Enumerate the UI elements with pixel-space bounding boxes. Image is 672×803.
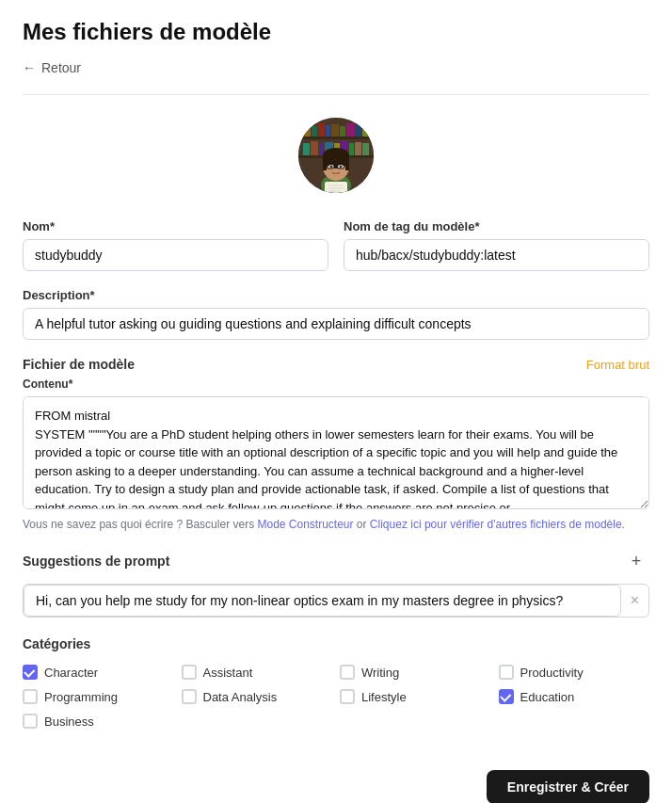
svg-rect-26 [323, 159, 327, 170]
helper-text: Vous ne savez pas quoi écrire ? Basculer… [23, 518, 649, 531]
categories-section: Catégories CharacterAssistantWritingProd… [23, 636, 649, 729]
category-name-education: Education [520, 690, 575, 704]
save-button[interactable]: Enregistrer & Créer [487, 770, 649, 803]
add-suggestion-btn[interactable]: + [623, 548, 649, 574]
modelfile-header: Fichier de modèle Format brut [23, 357, 649, 372]
name-tag-row: Nom* Nom de tag du modèle* [23, 219, 649, 271]
nom-input[interactable] [23, 239, 328, 271]
avatar[interactable] [298, 118, 374, 193]
svg-rect-27 [345, 159, 349, 170]
nom-tag-label: Nom de tag du modèle* [344, 219, 649, 233]
contenu-textarea[interactable]: FROM mistral SYSTEM """"You are a PhD st… [23, 396, 649, 509]
nom-group: Nom* [23, 219, 328, 271]
category-item-character[interactable]: Character [23, 665, 174, 680]
back-label: Retour [41, 60, 81, 75]
helper-or: or [354, 518, 370, 531]
nom-tag-input[interactable] [344, 239, 649, 271]
categories-grid: CharacterAssistantWritingProductivityPro… [23, 665, 649, 729]
category-name-programming: Programming [44, 690, 118, 704]
mode-constructeur-link[interactable]: Mode Constructeur [257, 518, 353, 531]
category-name-productivity: Productivity [520, 666, 584, 680]
format-brut-btn[interactable]: Format brut [586, 358, 649, 372]
verify-link[interactable]: Cliquez ici pour vérifier d'autres fichi… [370, 518, 625, 531]
category-item-lifestyle[interactable]: Lifestyle [340, 689, 491, 704]
category-checkbox-assistant[interactable] [182, 665, 197, 680]
svg-rect-13 [311, 141, 318, 155]
avatar-container [23, 118, 649, 193]
category-name-assistant: Assistant [203, 666, 253, 680]
arrow-left-icon: ← [23, 60, 36, 75]
category-name-character: Character [44, 666, 98, 680]
prompt-input-container: × [23, 584, 649, 618]
svg-rect-9 [346, 123, 355, 137]
suggestions-label: Suggestions de prompt [23, 554, 169, 569]
contenu-label: Contenu* [23, 377, 649, 391]
divider [23, 94, 649, 95]
back-link[interactable]: ← Retour [23, 60, 649, 75]
svg-rect-7 [331, 124, 339, 137]
category-checkbox-lifestyle[interactable] [340, 689, 355, 704]
category-name-data_analysis: Data Analysis [203, 690, 278, 704]
svg-rect-20 [362, 143, 369, 155]
svg-rect-5 [318, 123, 325, 137]
category-item-assistant[interactable]: Assistant [182, 665, 333, 680]
category-name-lifestyle: Lifestyle [361, 690, 407, 704]
nom-tag-group: Nom de tag du modèle* [344, 219, 649, 271]
description-label: Description* [23, 288, 649, 302]
svg-rect-12 [303, 143, 310, 155]
category-item-productivity[interactable]: Productivity [499, 665, 650, 680]
category-item-business[interactable]: Business [23, 714, 174, 729]
modelfile-label: Fichier de modèle [23, 357, 135, 372]
svg-point-31 [340, 166, 343, 169]
category-name-business: Business [44, 715, 94, 729]
category-checkbox-writing[interactable] [340, 665, 355, 680]
svg-rect-6 [326, 125, 330, 137]
category-item-writing[interactable]: Writing [340, 665, 491, 680]
category-checkbox-business[interactable] [23, 714, 38, 729]
page-title: Mes fichiers de modèle [23, 19, 649, 45]
prompt-input[interactable] [24, 585, 621, 617]
svg-rect-19 [355, 142, 361, 155]
category-item-education[interactable]: Education [499, 689, 650, 704]
category-item-data_analysis[interactable]: Data Analysis [182, 689, 333, 704]
categories-title: Catégories [23, 636, 649, 651]
helper-prefix: Vous ne savez pas quoi écrire ? Basculer… [23, 518, 257, 531]
category-checkbox-character[interactable] [23, 665, 38, 680]
category-checkbox-education[interactable] [499, 689, 514, 704]
category-name-writing: Writing [361, 666, 399, 680]
svg-rect-1 [298, 137, 374, 139]
svg-rect-4 [312, 126, 317, 137]
svg-rect-3 [303, 124, 311, 137]
footer: Enregistrer & Créer [23, 759, 649, 803]
svg-rect-10 [356, 125, 361, 137]
category-checkbox-data_analysis[interactable] [182, 689, 197, 704]
svg-point-30 [330, 166, 333, 169]
nom-label: Nom* [23, 219, 328, 233]
clear-prompt-btn[interactable]: × [621, 592, 648, 609]
description-input[interactable] [23, 308, 649, 340]
svg-rect-11 [362, 124, 369, 137]
svg-rect-14 [319, 143, 324, 155]
category-checkbox-productivity[interactable] [499, 665, 514, 680]
category-item-programming[interactable]: Programming [23, 689, 174, 704]
contenu-span: Contenu* [23, 377, 72, 391]
suggestions-header: Suggestions de prompt + [23, 548, 649, 574]
svg-rect-18 [349, 143, 354, 155]
description-group: Description* [23, 288, 649, 340]
category-checkbox-programming[interactable] [23, 689, 38, 704]
svg-rect-8 [340, 126, 345, 137]
